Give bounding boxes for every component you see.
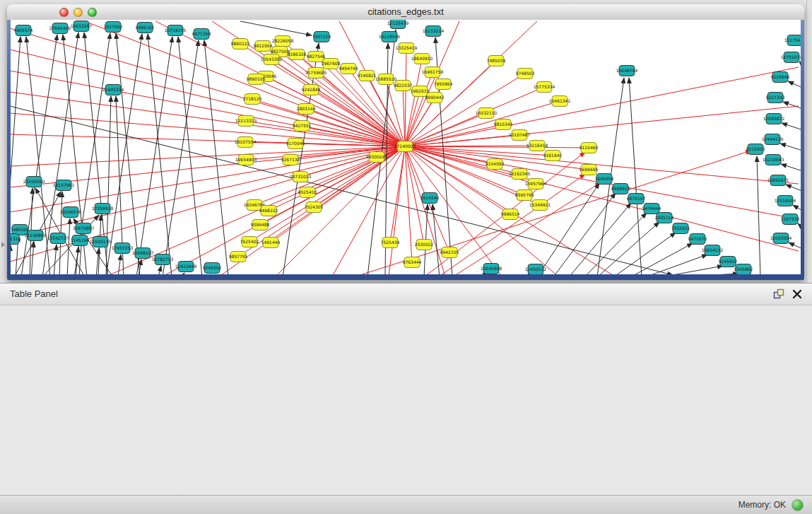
graph-node[interactable]: 12450112	[525, 264, 547, 275]
graph-node[interactable]: 7524305	[305, 202, 324, 213]
graph-node[interactable]: 18640910	[411, 54, 433, 64]
graph-node[interactable]: 17016504	[775, 196, 796, 206]
graph-edge[interactable]	[405, 91, 420, 146]
graph-edge[interactable]	[204, 40, 228, 274]
graph-node[interactable]: 10543392	[261, 54, 283, 65]
graph-edge[interactable]	[182, 273, 184, 274]
graph-node[interactable]: 15751074	[781, 52, 801, 63]
graph-node[interactable]: 10461342	[549, 96, 571, 107]
graph-node[interactable]: 13216418	[526, 141, 548, 151]
graph-node[interactable]: 7625402	[240, 237, 259, 247]
graph-node[interactable]: 1167533	[781, 214, 800, 225]
graph-edge[interactable]	[390, 146, 405, 243]
graph-node[interactable]: 10654112	[702, 245, 724, 256]
graph-edge[interactable]	[178, 37, 202, 274]
graph-node[interactable]: 1527602	[104, 22, 123, 33]
graph-node[interactable]: 9857791	[229, 252, 248, 262]
graph-node[interactable]: 17359928	[92, 204, 114, 214]
graph-node[interactable]: 9345862	[734, 264, 753, 275]
graph-node[interactable]: 9146821	[358, 71, 377, 81]
close-panel-icon[interactable]	[791, 288, 804, 300]
graph-node[interactable]: 8186328	[288, 49, 307, 60]
graph-edge[interactable]	[661, 266, 723, 274]
graph-node[interactable]: 9996514	[501, 209, 520, 220]
graph-edge[interactable]	[405, 61, 496, 146]
graph-node[interactable]: 9763444	[403, 257, 422, 268]
graph-node[interactable]: 8942155	[440, 247, 459, 258]
float-panel-icon[interactable]	[772, 288, 785, 300]
graph-node[interactable]: 9099488	[251, 220, 270, 230]
graph-node[interactable]: 9267130	[281, 155, 300, 165]
graph-node[interactable]: 9161642	[543, 151, 563, 161]
graph-node[interactable]: 13342737	[47, 233, 69, 244]
graph-edge[interactable]	[76, 247, 78, 274]
graph-node[interactable]: 7485039	[487, 56, 506, 66]
graph-edge[interactable]	[405, 67, 799, 146]
graph-node[interactable]: 16648794	[616, 66, 638, 76]
graph-node[interactable]: 19654903	[235, 155, 257, 165]
graph-node[interactable]: 31759685	[305, 68, 327, 78]
graph-node[interactable]: 9699695	[579, 165, 599, 175]
graph-edge[interactable]	[158, 266, 161, 274]
graph-node[interactable]: 8810345	[494, 119, 513, 130]
graph-edge[interactable]	[788, 81, 801, 90]
graph-edge[interactable]	[405, 124, 503, 146]
graph-edge[interactable]	[799, 62, 801, 70]
graph-node[interactable]: 2718120	[243, 94, 262, 105]
graph-node[interactable]: 18300295	[366, 152, 388, 163]
graph-edge[interactable]	[54, 245, 57, 274]
graph-node[interactable]: 28226058	[272, 36, 294, 47]
graph-node[interactable]: 9170046	[286, 139, 305, 149]
graph-node[interactable]: 2530022	[415, 240, 434, 250]
graph-node[interactable]: 7525439	[381, 238, 400, 248]
graph-edge[interactable]	[405, 135, 519, 146]
graph-node[interactable]: 7957224	[312, 32, 331, 42]
graph-edge[interactable]	[11, 92, 405, 146]
graph-node[interactable]: 16153224	[423, 26, 445, 37]
graph-node[interactable]: 17240007	[394, 141, 416, 152]
west-panel-collapse-arrow[interactable]	[1, 242, 5, 247]
graph-node[interactable]: 1640954	[595, 174, 614, 185]
graph-edge[interactable]	[163, 146, 405, 274]
graph-node[interactable]: 9242848	[302, 85, 321, 95]
graph-node[interactable]: 1145194	[71, 235, 90, 246]
graph-node[interactable]: 10107487	[509, 130, 531, 141]
graph-edge[interactable]	[353, 151, 751, 274]
graph-node[interactable]: 17957253	[112, 243, 134, 254]
graph-node[interactable]: 4905574	[14, 25, 33, 36]
graph-node[interactable]: 15957964	[525, 179, 547, 189]
graph-node[interactable]: 21905334	[102, 85, 124, 95]
graph-node[interactable]: 16032110	[476, 108, 498, 119]
graph-node[interactable]: 16210643	[763, 155, 784, 165]
graph-node[interactable]: 8990443	[425, 93, 445, 103]
graph-edge[interactable]	[629, 78, 642, 274]
graph-edge[interactable]	[106, 34, 142, 274]
graph-node[interactable]: 15349921	[529, 200, 551, 211]
graph-node[interactable]: 15775334	[534, 82, 555, 93]
graph-node[interactable]: 10653287	[71, 21, 93, 32]
graph-node[interactable]: 12505135	[90, 237, 112, 247]
graph-node[interactable]: 6466162	[136, 23, 155, 33]
graph-node[interactable]: 12213323	[235, 116, 257, 127]
graph-node[interactable]: 23206050	[23, 177, 45, 187]
graph-node[interactable]: 9525410	[298, 187, 317, 198]
graph-node[interactable]: 9498222	[259, 206, 278, 216]
graph-node[interactable]: 8215953	[746, 144, 765, 155]
graph-edge[interactable]	[31, 242, 34, 274]
graph-edge[interactable]	[405, 74, 525, 146]
graph-edge[interactable]	[793, 205, 801, 214]
graph-node[interactable]: 20206576	[60, 207, 82, 218]
graph-edge[interactable]	[781, 164, 801, 173]
graph-edge[interactable]	[645, 255, 707, 274]
graph-node[interactable]: 18157961	[53, 180, 75, 191]
graph-node[interactable]: 12093872	[763, 114, 785, 124]
graph-node[interactable]: 10719155	[165, 25, 187, 36]
graph-node[interactable]: 18107554	[235, 137, 257, 148]
graph-edge[interactable]	[798, 223, 801, 232]
graph-node[interactable]: 2935114	[655, 213, 674, 223]
graph-node[interactable]: 12923448	[175, 262, 197, 272]
graph-node[interactable]: 27691406	[49, 23, 71, 34]
graph-node[interactable]: 10103504	[770, 233, 792, 244]
graph-node[interactable]: 30975887	[73, 223, 95, 234]
graph-node[interactable]: 2967608	[322, 59, 341, 69]
